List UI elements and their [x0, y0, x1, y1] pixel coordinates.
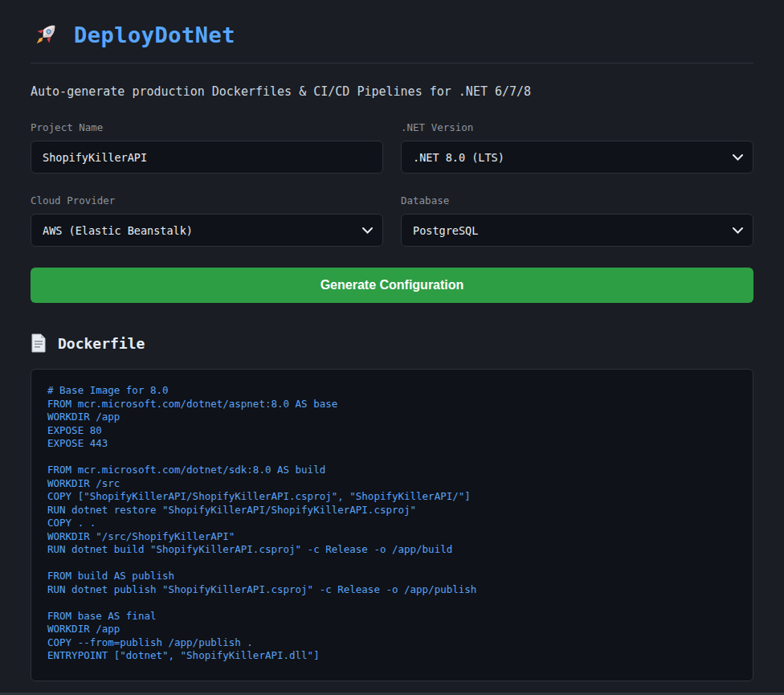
app-subtitle: Auto-generate production Dockerfiles & C…: [31, 84, 753, 99]
app-header: DeployDotNet: [31, 19, 753, 63]
project-name-label: Project Name: [31, 121, 383, 133]
config-form: Project Name .NET Version .NET 8.0 (LTS)…: [31, 121, 753, 247]
field-database: Database PostgreSQL: [401, 194, 753, 247]
field-dotnet-version: .NET Version .NET 8.0 (LTS): [401, 121, 753, 174]
page: DeployDotNet Auto-generate production Do…: [0, 0, 784, 681]
database-label: Database: [401, 194, 753, 206]
field-project-name: Project Name: [31, 121, 383, 174]
document-icon: [31, 333, 47, 353]
app-title: DeployDotNet: [74, 22, 235, 47]
field-cloud-provider: Cloud Provider AWS (Elastic Beanstalk): [31, 194, 383, 247]
output-section-heading: Dockerfile: [31, 333, 753, 353]
database-select[interactable]: PostgreSQL: [401, 214, 753, 247]
cloud-provider-select[interactable]: AWS (Elastic Beanstalk): [31, 214, 383, 247]
cloud-provider-label: Cloud Provider: [31, 194, 383, 206]
project-name-input[interactable]: [31, 141, 383, 174]
generate-configuration-button[interactable]: Generate Configuration: [31, 268, 753, 303]
dotnet-version-label: .NET Version: [401, 121, 753, 133]
output-heading-text: Dockerfile: [58, 335, 145, 352]
rocket-icon: [31, 19, 61, 50]
dotnet-version-select[interactable]: .NET 8.0 (LTS): [401, 141, 753, 174]
dockerfile-code-block: # Base Image for 8.0 FROM mcr.microsoft.…: [31, 369, 753, 681]
